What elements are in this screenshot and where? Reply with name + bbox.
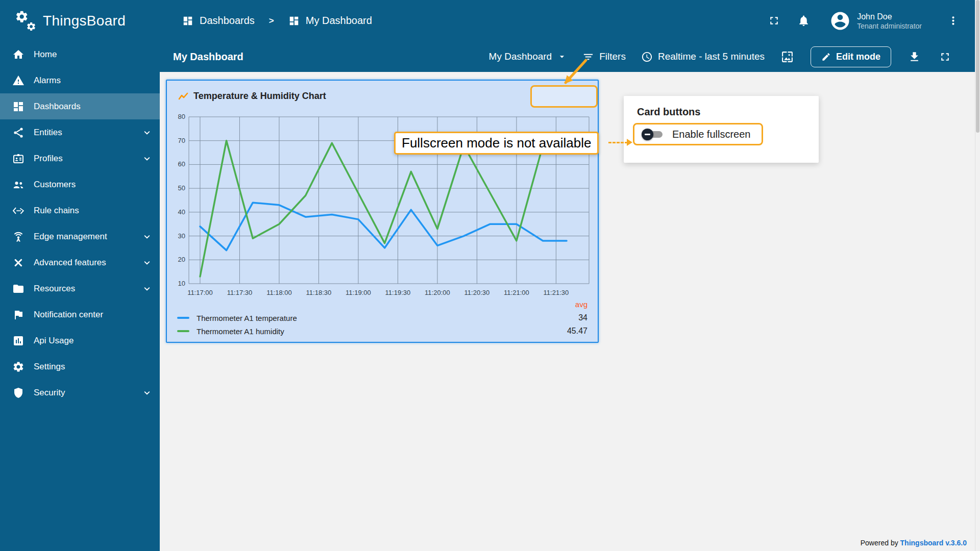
sidebar-item-home[interactable]: Home: [0, 41, 160, 67]
callout-connector-line: [608, 142, 628, 143]
sidebar-item-notification-center[interactable]: Notification center: [0, 302, 160, 328]
legend-row-temperature[interactable]: Thermometer A1 temperature 34: [177, 311, 587, 324]
home-icon: [12, 48, 24, 61]
powered-by: Powered by Thingsboard v.3.6.0: [861, 539, 967, 547]
sidebar-item-label: Advanced features: [34, 258, 132, 268]
gear-icon: [12, 361, 24, 373]
card-buttons-panel: Card buttons Enable fullscreen: [624, 96, 819, 163]
sidebar-item-api-usage[interactable]: Api Usage: [0, 328, 160, 354]
sidebar: ThingsBoard Home Alarms Dashboards Entit…: [0, 0, 160, 551]
sidebar-item-rule-chains[interactable]: Rule chains: [0, 197, 160, 223]
chart-legend: avg Thermometer A1 temperature 34 Thermo…: [167, 300, 598, 338]
dashboards-grid-icon: [288, 15, 300, 27]
edit-mode-label: Edit mode: [836, 52, 880, 62]
scrollbar-thumb[interactable]: [976, 0, 979, 133]
sidebar-item-profiles[interactable]: Profiles: [0, 145, 160, 171]
chevron-down-icon: [141, 257, 153, 268]
svg-text:11:17:00: 11:17:00: [187, 289, 213, 296]
scrollbar[interactable]: [975, 0, 980, 551]
fullscreen-icon: [939, 51, 951, 63]
more-vert-icon: [947, 14, 960, 27]
svg-text:40: 40: [178, 208, 185, 216]
export-button[interactable]: [906, 49, 922, 64]
user-role: Tenant administrator: [857, 22, 922, 30]
sidebar-item-settings[interactable]: Settings: [0, 354, 160, 380]
enable-fullscreen-toggle-row[interactable]: Enable fullscreen: [633, 123, 763, 145]
callout-connector-arrowhead: [627, 139, 632, 146]
humidity-series-swatch: [177, 330, 189, 332]
sidebar-item-label: Profiles: [34, 154, 132, 164]
rule-chains-icon: [12, 205, 24, 217]
enable-fullscreen-label: Enable fullscreen: [672, 129, 750, 140]
dashboards-grid-icon: [182, 15, 193, 27]
sidebar-item-label: Notification center: [34, 310, 153, 320]
legend-avg-value: 34: [578, 313, 587, 322]
breadcrumb-separator: >: [269, 16, 274, 26]
svg-text:11:20:00: 11:20:00: [425, 289, 450, 296]
user-menu[interactable]: John Doe Tenant administrator: [829, 10, 922, 32]
svg-text:80: 80: [178, 113, 185, 120]
svg-text:11:17:30: 11:17:30: [227, 289, 253, 296]
legend-row-humidity[interactable]: Thermometer A1 humidity 45.47: [177, 324, 587, 338]
svg-text:11:19:00: 11:19:00: [346, 289, 371, 296]
more-menu-button[interactable]: [945, 13, 961, 29]
temperature-humidity-widget[interactable]: Temperature & Humidity Chart 10203040506…: [166, 80, 599, 343]
page-title: My Dashboard: [173, 51, 243, 63]
sidebar-item-alarms[interactable]: Alarms: [0, 67, 160, 93]
sidebar-item-resources[interactable]: Resources: [0, 276, 160, 302]
notifications-button[interactable]: [796, 13, 811, 29]
svg-text:11:21:00: 11:21:00: [504, 289, 529, 296]
chevron-down-icon: [141, 231, 153, 242]
sidebar-item-label: Security: [34, 388, 132, 398]
annotation-arrow: [550, 49, 611, 96]
sidebar-item-label: Settings: [34, 362, 153, 372]
enable-fullscreen-toggle[interactable]: [642, 128, 664, 140]
toolbar-fullscreen-button[interactable]: [937, 49, 952, 64]
chevron-down-icon: [141, 387, 153, 398]
sidebar-item-security[interactable]: Security: [0, 380, 160, 406]
sidebar-item-label: Dashboards: [34, 102, 153, 112]
shield-icon: [12, 387, 24, 399]
temperature-series-swatch: [177, 317, 189, 319]
svg-text:20: 20: [178, 256, 185, 263]
legend-label: Thermometer A1 humidity: [197, 327, 284, 336]
sidebar-item-customers[interactable]: Customers: [0, 171, 160, 197]
sidebar-item-label: Resources: [34, 284, 132, 294]
svg-text:10: 10: [178, 280, 185, 287]
widget-title: Temperature & Humidity Chart: [193, 91, 326, 102]
fullscreen-button[interactable]: [766, 13, 781, 29]
chevron-down-icon: [141, 127, 153, 138]
svg-text:50: 50: [178, 184, 185, 192]
svg-text:11:21:30: 11:21:30: [544, 289, 569, 296]
customers-people-icon: [12, 179, 24, 191]
edit-mode-button[interactable]: Edit mode: [811, 46, 891, 67]
svg-text:11:18:30: 11:18:30: [306, 289, 332, 296]
svg-text:30: 30: [178, 232, 185, 240]
sidebar-item-label: Rule chains: [34, 206, 153, 216]
sidebar-item-entities[interactable]: Entities: [0, 119, 160, 145]
sidebar-item-label: Edge management: [34, 232, 132, 242]
screenshot-button[interactable]: [780, 49, 795, 64]
svg-text:11:20:30: 11:20:30: [464, 289, 490, 296]
sidebar-item-dashboards[interactable]: Dashboards: [0, 93, 160, 119]
chevron-down-icon: [141, 153, 153, 164]
chart-icon: [12, 335, 24, 347]
dashboards-grid-icon: [12, 101, 24, 113]
thingsboard-version-link[interactable]: Thingsboard v.3.6.0: [900, 539, 967, 547]
timewindow-button[interactable]: Realtime - last 5 minutes: [641, 51, 765, 63]
breadcrumb-dashboards[interactable]: Dashboards: [182, 15, 255, 27]
sidebar-item-advanced-features[interactable]: Advanced features: [0, 249, 160, 276]
fullscreen-icon: [768, 14, 780, 27]
sidebar-item-edge-management[interactable]: Edge management: [0, 223, 160, 249]
sidebar-nav: Home Alarms Dashboards Entities Profiles…: [0, 41, 160, 406]
card-buttons-title: Card buttons: [637, 106, 806, 118]
chevron-down-icon: [141, 283, 153, 294]
sidebar-item-label: Home: [34, 49, 153, 60]
brand-logo[interactable]: ThingsBoard: [0, 0, 160, 41]
download-icon: [908, 51, 921, 63]
legend-avg-value: 45.47: [567, 327, 587, 336]
thingsboard-logo-icon: [14, 9, 38, 33]
breadcrumb-my-dashboard[interactable]: My Dashboard: [288, 15, 372, 27]
folder-icon: [12, 283, 24, 295]
dashboard-state-label: My Dashboard: [489, 51, 552, 62]
